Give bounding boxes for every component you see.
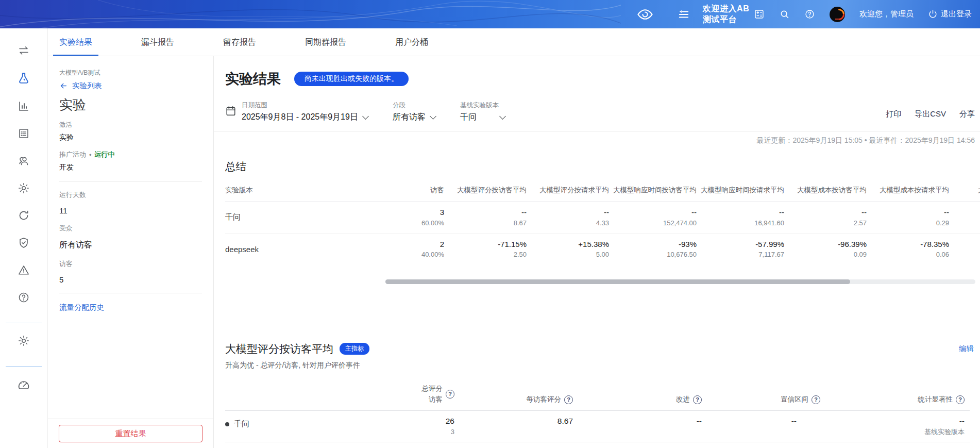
warning-triangle-icon[interactable] — [18, 264, 30, 276]
back-arrow-icon — [59, 81, 68, 90]
summary-table-wrap: 实验版本 访客 大模型评分按访客平均 大模型评分按请求平均 大模型响应时间按访客… — [225, 178, 980, 265]
tab-funnel[interactable]: 漏斗报告 — [141, 28, 174, 56]
cell-subvalue: 60.00% — [395, 218, 444, 228]
tab-results[interactable]: 实验结果 — [59, 28, 92, 56]
back-to-experiments-link[interactable]: 实验列表 — [59, 81, 202, 91]
topbar: 欢迎进入AB测试平台 欢迎您，管理员 — [0, 0, 980, 28]
primary-metric-badge: 主指标 — [340, 343, 369, 355]
swap-arrows-icon[interactable] — [18, 44, 30, 57]
horizontal-scrollbar-track[interactable] — [385, 279, 975, 284]
help-circle-icon[interactable] — [18, 291, 30, 304]
col-cost-per-request: 大模型成本按请求平均 — [867, 178, 949, 202]
cell-subvalue: 2.57 — [784, 218, 867, 228]
table-row-deepseek: deepseek 240.00% -71.15%2.50 +15.38%5.00… — [225, 234, 980, 265]
col-latency-per-visitor: 大模型响应时间按访客平均 — [609, 178, 697, 202]
user-greeting[interactable]: 欢迎您，管理员 — [859, 9, 914, 19]
cell-value: -93% — [609, 239, 697, 250]
campaign-value: 开发 — [59, 163, 202, 172]
tab-buckets[interactable]: 用户分桶 — [395, 28, 428, 56]
cell-subvalue: 0.09 — [784, 250, 867, 260]
print-button[interactable]: 打印 — [886, 109, 901, 119]
menu-fold-icon[interactable] — [678, 9, 689, 20]
report-list-icon[interactable] — [18, 127, 30, 140]
back-link-label: 实验列表 — [72, 81, 102, 91]
users-icon[interactable] — [18, 155, 30, 167]
metric-header-row: 总评分访客 ? 每访客评分? 改进? 置信区间? — [225, 380, 970, 410]
cell-value: -- — [820, 446, 965, 448]
results-main: 实验结果 尚未出现胜出或失败的版本。 日期范围 2025年9月8日 - 2025… — [214, 56, 980, 448]
days-running-label: 运行天数 — [59, 190, 202, 200]
last-updated-text: 最近更新：2025年9月19日 15:05 • 最近事件：2025年9月19日 … — [225, 136, 980, 145]
activation-label: 激活 — [59, 121, 202, 129]
calculator-icon[interactable] — [754, 9, 765, 20]
cell-value: -- — [867, 207, 949, 218]
chevron-down-icon — [362, 113, 369, 120]
refresh-icon[interactable] — [18, 209, 30, 222]
question-tooltip-icon[interactable]: ? — [812, 395, 820, 404]
col-score-per-visitor: 每访客评分? — [454, 380, 573, 410]
dot-separator: • — [89, 151, 92, 159]
export-csv-button[interactable]: 导出CSV — [915, 109, 946, 119]
traffic-allocation-history-link[interactable]: 流量分配历史 — [59, 303, 104, 312]
date-range-picker[interactable]: 日期范围 2025年9月8日 - 2025年9月19日 — [225, 101, 368, 123]
baseline-select[interactable]: 基线实验版本 千问 — [460, 101, 505, 123]
col-visitors: 访客 — [395, 178, 444, 202]
edit-metric-link[interactable]: 编辑 — [959, 344, 980, 354]
experiment-title: 实验 — [59, 96, 202, 114]
horizontal-scrollbar-thumb[interactable] — [385, 279, 850, 284]
settings-gear-icon[interactable] — [18, 335, 30, 347]
visitors-value: 5 — [59, 275, 202, 284]
cell-subvalue: 8.67 — [444, 218, 527, 228]
col-latency-per-request: 大模型响应时间按请求平均 — [697, 178, 784, 202]
search-icon[interactable] — [779, 9, 790, 20]
activation-value: 实验 — [59, 133, 202, 142]
baseline-value[interactable]: 千问 — [460, 112, 505, 123]
cell-subvalue: 2.50 — [444, 250, 527, 260]
segment-label: 分段 — [393, 101, 435, 110]
question-tooltip-icon[interactable]: ? — [564, 395, 573, 404]
cell-subvalue: 10,676.50 — [609, 250, 697, 260]
question-tooltip-icon[interactable]: ? — [446, 390, 454, 399]
series-bullet — [225, 422, 229, 426]
cell-value: -96.39% — [784, 239, 867, 250]
metric-row-qianwen: 千问 263 8.67 -- -- --基线实验版本 — [225, 410, 970, 442]
app-logo — [621, 6, 669, 23]
logout-label: 退出登录 — [941, 9, 972, 19]
cell-subvalue: 5.00 — [527, 250, 609, 260]
summary-heading: 总结 — [225, 159, 980, 174]
segment-value[interactable]: 所有访客 — [393, 112, 435, 123]
audience-value: 所有访客 — [59, 240, 202, 251]
confidence-interval-marker: 0 — [791, 446, 797, 448]
variant-name: deepseek — [225, 442, 369, 448]
avatar[interactable] — [830, 7, 845, 22]
segment-select[interactable]: 分段 所有访客 — [393, 101, 435, 123]
gear-icon[interactable] — [18, 182, 30, 194]
cell-value: -71.15% — [444, 239, 527, 250]
logout-button[interactable]: 退出登录 — [928, 9, 972, 19]
panel-divider — [59, 181, 202, 181]
tab-cohort[interactable]: 同期群报告 — [305, 28, 346, 56]
share-button[interactable]: 分享 — [959, 109, 975, 119]
audience-label: 受众 — [59, 224, 202, 233]
calendar-icon — [225, 105, 236, 117]
cell-subvalue: 4.33 — [527, 218, 609, 228]
gauge-icon[interactable] — [17, 378, 30, 391]
days-running-value: 11 — [59, 206, 202, 215]
metric-table: 总评分访客 ? 每访客评分? 改进? 置信区间? — [225, 380, 970, 448]
variant-name: 千问 — [225, 410, 369, 442]
question-tooltip-icon[interactable]: ? — [956, 395, 965, 404]
bar-chart-icon[interactable] — [18, 100, 30, 112]
topbar-right: 欢迎您，管理员 退出登录 — [754, 7, 980, 22]
panel-footer: 重置结果 — [48, 419, 213, 448]
tab-retention[interactable]: 留存报告 — [223, 28, 256, 56]
cell-value: -- — [609, 207, 697, 218]
flask-icon-active[interactable] — [17, 72, 30, 85]
reset-results-button[interactable]: 重置结果 — [59, 425, 202, 442]
question-tooltip-icon[interactable]: ? — [693, 395, 702, 404]
help-icon[interactable] — [804, 9, 815, 20]
cell-value: 2 — [395, 239, 444, 250]
result-actions: 打印 导出CSV 分享 — [886, 109, 980, 119]
variant-name: 千问 — [225, 202, 395, 234]
shield-check-icon[interactable] — [18, 237, 30, 249]
date-range-value[interactable]: 2025年9月8日 - 2025年9月19日 — [242, 112, 368, 123]
